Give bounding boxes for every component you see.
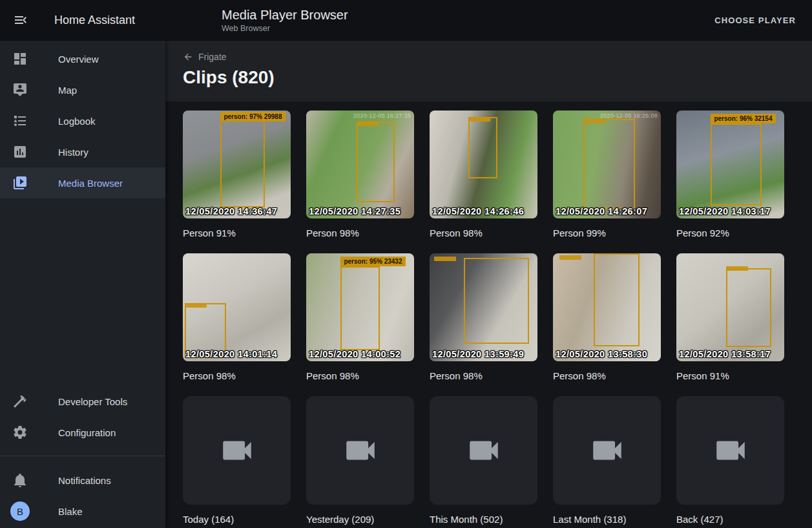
clip-thumbnail: person: 95% 23432 12/05/2020 14:00:52 — [306, 253, 414, 361]
folder-label: Back (427) — [676, 514, 784, 525]
detection-label-small — [434, 257, 456, 261]
clip-card[interactable]: person: 97% 29988 12/05/2020 14:36:47 Pe… — [183, 111, 291, 239]
arrow-left-icon — [183, 52, 193, 62]
sidebar-item-label: Map — [58, 85, 77, 96]
clip-caption: Person 91% — [183, 227, 291, 239]
camera-osd-timestamp: 2020-12-05 16:27:35 — [353, 112, 411, 119]
video-camera-icon — [218, 432, 256, 469]
clip-thumbnail: 2020-12-05 16:26:08 12/05/2020 14:26:07 — [553, 111, 661, 218]
folder-card-back[interactable]: Back (427) — [676, 396, 784, 525]
folder-label: Yesterday (209) — [306, 514, 414, 525]
detection-label-small — [468, 117, 490, 121]
detection-label: person: 97% 29988 — [220, 112, 285, 121]
clip-thumbnail: 12/05/2020 13:59:49 — [430, 253, 537, 361]
detection-bbox — [220, 118, 264, 208]
detection-bbox — [464, 258, 528, 344]
clip-caption: Person 98% — [553, 370, 661, 382]
clip-caption: Person 98% — [430, 227, 537, 239]
main-content: Frigate Clips (820) person: 97% 29988 12… — [165, 40, 812, 528]
choose-player-button[interactable]: CHOOSE PLAYER — [712, 10, 798, 30]
detection-label-small — [185, 303, 207, 308]
sidebar-item-label: History — [58, 147, 88, 158]
folder-card-today[interactable]: Today (164) — [183, 396, 291, 525]
bell-icon — [12, 472, 28, 488]
folder-label: Last Month (318) — [553, 514, 661, 525]
sidebar-toggle-icon[interactable] — [13, 12, 28, 28]
clip-timestamp: 12/05/2020 14:26:07 — [556, 206, 647, 216]
video-camera-icon — [465, 432, 503, 469]
detection-bbox — [468, 117, 497, 178]
sidebar-item-notifications[interactable]: Notifications — [0, 465, 165, 496]
detection-label-small — [583, 119, 605, 123]
sidebar-item-logbook[interactable]: Logbook — [0, 105, 165, 136]
app-bar-left: Home Assistant — [0, 12, 165, 28]
folder-tile — [183, 396, 291, 505]
sidebar-item-developer-tools[interactable]: Developer Tools — [0, 386, 165, 417]
clip-thumbnail: 12/05/2020 13:58:30 — [553, 253, 661, 361]
tooltip-account-icon — [12, 82, 28, 98]
sidebar-item-media-browser[interactable]: Media Browser — [0, 167, 165, 198]
clip-thumbnail: 12/05/2020 14:01:14 — [183, 253, 291, 361]
sidebar-item-configuration[interactable]: Configuration — [0, 417, 165, 448]
folder-tile — [553, 396, 661, 505]
clip-card[interactable]: 12/05/2020 13:59:49 Person 98% — [430, 253, 537, 382]
clip-card[interactable]: 12/05/2020 13:58:30 Person 98% — [553, 253, 661, 382]
sidebar-item-map[interactable]: Map — [0, 74, 165, 105]
sidebar: Overview Map Logbook History Media Brows… — [0, 40, 165, 528]
breadcrumb-label: Frigate — [198, 52, 227, 62]
clip-caption: Person 98% — [183, 370, 291, 382]
list-bulleted-icon — [12, 113, 28, 129]
clip-card[interactable]: person: 95% 23432 12/05/2020 14:00:52 Pe… — [306, 253, 414, 382]
clip-card[interactable]: 12/05/2020 14:26:46 Person 98% — [430, 111, 537, 239]
sidebar-item-label: Logbook — [58, 116, 96, 127]
app-title: Home Assistant — [54, 14, 135, 27]
clip-timestamp: 12/05/2020 14:03:17 — [679, 206, 771, 216]
clip-card[interactable]: 12/05/2020 14:01:14 Person 98% — [183, 253, 291, 382]
gear-icon — [12, 425, 28, 440]
sidebar-nav: Overview Map Logbook History Media Brows… — [0, 40, 165, 198]
sidebar-item-label: Overview — [58, 54, 99, 65]
play-box-multiple-icon — [12, 175, 28, 191]
sidebar-bottom: Developer Tools Configuration Notificati… — [0, 386, 165, 527]
video-camera-icon — [342, 432, 379, 469]
sidebar-item-label: Configuration — [58, 427, 116, 438]
sidebar-item-label: Notifications — [58, 475, 111, 486]
clip-timestamp: 12/05/2020 13:58:30 — [556, 349, 647, 359]
clip-caption: Person 99% — [553, 227, 661, 239]
detection-label: person: 96% 32154 — [711, 114, 775, 123]
folder-card-last-month[interactable]: Last Month (318) — [553, 396, 661, 525]
folder-tile — [430, 396, 537, 505]
clip-thumbnail: person: 97% 29988 12/05/2020 14:36:47 — [183, 111, 291, 218]
folder-tile — [306, 396, 414, 505]
clip-caption: Person 98% — [306, 370, 414, 382]
sidebar-item-overview[interactable]: Overview — [0, 43, 165, 74]
sidebar-item-history[interactable]: History — [0, 136, 165, 167]
detection-label-small — [357, 121, 379, 126]
detection-bbox — [340, 266, 379, 350]
content-header: Frigate Clips (820) — [165, 40, 812, 101]
folder-tile — [676, 396, 784, 505]
clip-caption: Person 98% — [430, 370, 537, 382]
video-camera-icon — [712, 432, 749, 469]
sidebar-item-user[interactable]: B Blake — [0, 496, 165, 527]
clip-timestamp: 12/05/2020 14:26:46 — [432, 206, 524, 216]
video-camera-icon — [588, 432, 626, 469]
sidebar-item-label: Media Browser — [58, 178, 123, 189]
clip-card[interactable]: 12/05/2020 13:58:17 Person 91% — [676, 253, 784, 382]
hammer-icon — [12, 394, 28, 409]
folder-card-this-month[interactable]: This Month (502) — [430, 396, 537, 525]
clip-thumbnail: 12/05/2020 13:58:17 — [676, 253, 784, 361]
detection-bbox — [357, 121, 394, 202]
detection-label: person: 95% 23432 — [340, 257, 405, 266]
sidebar-item-label: Developer Tools — [58, 396, 127, 407]
clip-timestamp: 12/05/2020 14:36:47 — [185, 206, 277, 216]
clip-card[interactable]: 2020-12-05 16:27:35 12/05/2020 14:27:35 … — [306, 111, 414, 239]
camera-osd-timestamp: 2020-12-05 16:26:08 — [600, 112, 658, 119]
folder-card-yesterday[interactable]: Yesterday (209) — [306, 396, 414, 525]
clip-caption: Person 98% — [306, 227, 414, 239]
clip-card[interactable]: 2020-12-05 16:26:08 12/05/2020 14:26:07 … — [553, 111, 661, 239]
user-name: Blake — [58, 506, 83, 517]
breadcrumb-back-frigate[interactable]: Frigate — [183, 52, 227, 62]
clip-caption: Person 92% — [676, 227, 784, 239]
clip-card[interactable]: person: 96% 32154 12/05/2020 14:03:17 Pe… — [676, 111, 784, 239]
